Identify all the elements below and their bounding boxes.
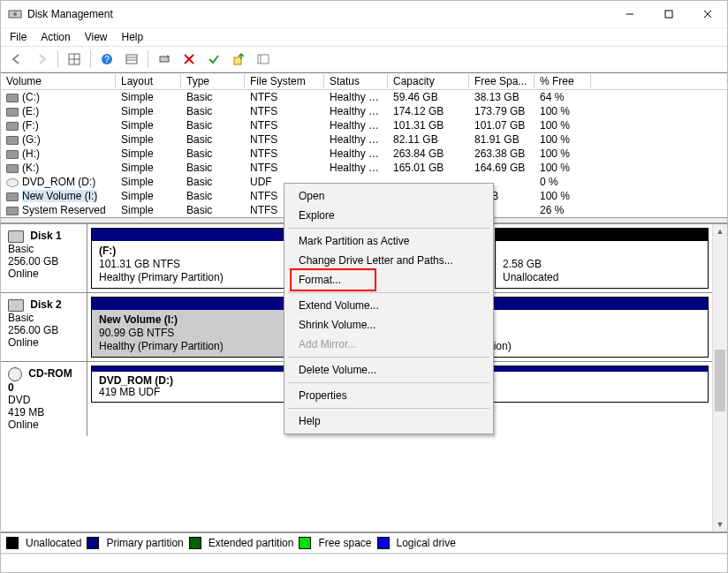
- volume-type: Basic: [181, 204, 245, 216]
- legend-swatch-extended: [189, 537, 201, 549]
- volume-type: Basic: [181, 190, 245, 202]
- volume-fs: NTFS: [245, 162, 324, 174]
- help-icon[interactable]: ?: [96, 49, 118, 70]
- toolbar-separator: [57, 50, 58, 68]
- menu-file[interactable]: File: [10, 31, 27, 43]
- volume-row[interactable]: (C:)SimpleBasicNTFSHealthy (B...59.46 GB…: [1, 90, 727, 104]
- volume-percent: 100 %: [535, 119, 591, 132]
- settings-icon[interactable]: [253, 49, 274, 70]
- ctx-change-letter[interactable]: Change Drive Letter and Paths...: [286, 251, 491, 270]
- volume-fs: NTFS: [245, 91, 324, 103]
- volume-status: Healthy (B...: [324, 91, 388, 103]
- tool-bar: ?: [1, 47, 727, 72]
- col-filesystem[interactable]: File System: [245, 74, 324, 88]
- volume-free: 38.13 GB: [469, 91, 535, 103]
- col-layout[interactable]: Layout: [116, 74, 181, 88]
- volume-capacity: 165.01 GB: [388, 162, 469, 174]
- legend-swatch-logical: [377, 537, 390, 549]
- disk-size: 256.00 GB: [8, 255, 80, 268]
- legend-unallocated: Unallocated: [26, 537, 81, 549]
- ctx-open[interactable]: Open: [286, 186, 491, 206]
- volume-status: Healthy (B...: [324, 105, 388, 117]
- ctx-extend[interactable]: Extend Volume...: [286, 296, 491, 315]
- volume-status: Healthy (P...: [324, 133, 388, 146]
- volume-row[interactable]: (K:)SimpleBasicNTFSHealthy (P...165.01 G…: [1, 161, 727, 175]
- ctx-delete[interactable]: Delete Volume...: [286, 360, 491, 380]
- back-button[interactable]: [6, 49, 27, 70]
- hdd-icon: [6, 136, 19, 145]
- unallocated-space[interactable]: 2.58 GB Unallocated: [495, 228, 709, 289]
- grid-icon[interactable]: [64, 49, 85, 70]
- hdd-icon: [8, 299, 24, 312]
- volume-free: 81.91 GB: [469, 133, 535, 146]
- scroll-track[interactable]: [713, 238, 727, 517]
- ctx-format[interactable]: Format...: [286, 270, 491, 290]
- list-icon[interactable]: [121, 49, 142, 70]
- menu-help[interactable]: Help: [122, 31, 144, 43]
- volume-capacity: 59.46 GB: [388, 91, 469, 103]
- volume-layout: Simple: [116, 176, 181, 188]
- hdd-icon: [6, 164, 19, 173]
- volume-percent: 100 %: [535, 190, 591, 202]
- maximize-button[interactable]: [649, 1, 688, 27]
- disk-label: Disk 1: [30, 230, 61, 242]
- volume-name: (G:): [22, 133, 41, 146]
- volume-type: Basic: [181, 105, 245, 117]
- window-title: Disk Management: [27, 8, 610, 20]
- disk-type: Basic: [8, 312, 80, 324]
- menu-bar: File Action View Help: [1, 28, 727, 47]
- volume-layout: Simple: [116, 105, 181, 117]
- col-free[interactable]: Free Spa...: [469, 74, 535, 88]
- volume-capacity: 82.11 GB: [388, 133, 469, 146]
- delete-icon[interactable]: [178, 49, 200, 70]
- col-volume[interactable]: Volume: [1, 74, 116, 88]
- ctx-mark-active[interactable]: Mark Partition as Active: [286, 231, 491, 251]
- volume-row[interactable]: (F:)SimpleBasicNTFSHealthy (P...101.31 G…: [1, 118, 727, 132]
- volume-row[interactable]: (G:)SimpleBasicNTFSHealthy (P...82.11 GB…: [1, 132, 727, 147]
- menu-action[interactable]: Action: [41, 31, 70, 43]
- volume-free: 263.38 GB: [469, 147, 535, 160]
- ctx-shrink[interactable]: Shrink Volume...: [286, 315, 491, 335]
- disk-size: 419 MB: [8, 406, 80, 418]
- disk-state: Online: [8, 268, 80, 280]
- volume-capacity: 101.31 GB: [388, 119, 469, 132]
- scroll-up-icon[interactable]: ▲: [713, 224, 727, 238]
- volume-free: 101.07 GB: [469, 119, 535, 132]
- volume-name: (H:): [22, 147, 40, 160]
- hdd-icon: [6, 108, 19, 117]
- disk-type: Basic: [8, 243, 80, 255]
- col-percent[interactable]: % Free: [535, 74, 591, 88]
- volume-percent: 100 %: [535, 147, 591, 160]
- refresh-icon[interactable]: [154, 49, 175, 70]
- col-status[interactable]: Status: [324, 74, 388, 88]
- menu-view[interactable]: View: [85, 31, 108, 43]
- cd-icon: [6, 178, 19, 187]
- ctx-properties[interactable]: Properties: [286, 386, 491, 405]
- scroll-down-icon[interactable]: ▼: [713, 517, 727, 532]
- unalloc-size: 2.58 GB: [503, 258, 701, 271]
- window-buttons: [610, 1, 727, 27]
- legend-free: Free space: [318, 537, 371, 549]
- scroll-thumb[interactable]: [715, 350, 725, 411]
- legend-primary: Primary partition: [106, 537, 183, 549]
- forward-button[interactable]: [31, 49, 52, 70]
- disk-header: Disk 1 Basic 256.00 GB Online: [1, 224, 87, 292]
- vertical-scrollbar[interactable]: ▲ ▼: [712, 224, 727, 532]
- minimize-button[interactable]: [610, 1, 649, 27]
- col-type[interactable]: Type: [181, 74, 245, 88]
- volume-type: Basic: [181, 133, 245, 146]
- ctx-help[interactable]: Help: [286, 411, 491, 431]
- export-icon[interactable]: [228, 49, 249, 70]
- check-icon[interactable]: [203, 49, 224, 70]
- disk-management-window: Disk Management File Action View Help ?: [0, 0, 728, 573]
- volume-row[interactable]: (H:)SimpleBasicNTFSHealthy (L...263.84 G…: [1, 147, 727, 161]
- volume-type: Basic: [181, 176, 245, 188]
- col-capacity[interactable]: Capacity: [388, 74, 469, 88]
- volume-free: 173.79 GB: [469, 105, 535, 117]
- status-bar: [1, 554, 727, 572]
- toolbar-separator: [148, 50, 148, 68]
- volume-type: Basic: [181, 147, 245, 160]
- volume-row[interactable]: (E:)SimpleBasicNTFSHealthy (B...174.12 G…: [1, 104, 727, 118]
- ctx-explore[interactable]: Explore: [286, 206, 491, 225]
- close-button[interactable]: [688, 1, 727, 27]
